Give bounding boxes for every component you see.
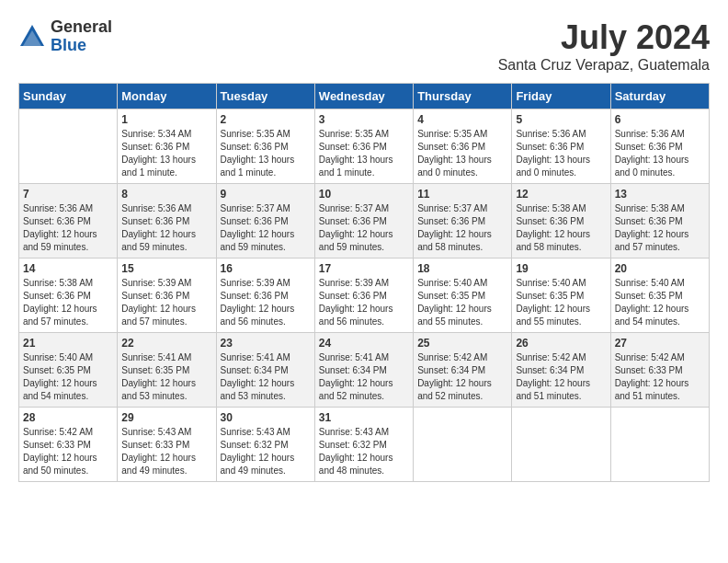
calendar-week-1: 1Sunrise: 5:34 AMSunset: 6:36 PMDaylight…	[19, 109, 710, 184]
day-info: Sunrise: 5:40 AMSunset: 6:35 PMDaylight:…	[615, 277, 705, 328]
table-row: 20Sunrise: 5:40 AMSunset: 6:35 PMDayligh…	[610, 259, 709, 333]
day-info: Sunrise: 5:39 AMSunset: 6:36 PMDaylight:…	[121, 277, 211, 328]
table-row: 6Sunrise: 5:36 AMSunset: 6:36 PMDaylight…	[610, 109, 709, 184]
table-row: 23Sunrise: 5:41 AMSunset: 6:34 PMDayligh…	[216, 333, 314, 408]
table-row: 26Sunrise: 5:42 AMSunset: 6:34 PMDayligh…	[512, 333, 610, 408]
day-number: 29	[121, 411, 211, 424]
month-title: July 2024	[498, 18, 710, 57]
day-info: Sunrise: 5:39 AMSunset: 6:36 PMDaylight:…	[221, 277, 311, 328]
col-thursday: Thursday	[414, 84, 512, 109]
day-info: Sunrise: 5:42 AMSunset: 6:34 PMDaylight:…	[417, 351, 507, 403]
day-info: Sunrise: 5:43 AMSunset: 6:32 PMDaylight:…	[221, 426, 311, 477]
day-info: Sunrise: 5:36 AMSunset: 6:36 PMDaylight:…	[23, 202, 113, 254]
table-row: 29Sunrise: 5:43 AMSunset: 6:33 PMDayligh…	[118, 408, 216, 482]
col-monday: Monday	[118, 84, 216, 109]
col-saturday: Saturday	[610, 84, 709, 109]
table-row	[512, 408, 610, 482]
calendar-week-3: 14Sunrise: 5:38 AMSunset: 6:36 PMDayligh…	[19, 259, 710, 333]
day-info: Sunrise: 5:35 AMSunset: 6:36 PMDaylight:…	[319, 128, 409, 179]
day-info: Sunrise: 5:42 AMSunset: 6:33 PMDaylight:…	[23, 426, 113, 477]
day-info: Sunrise: 5:36 AMSunset: 6:36 PMDaylight:…	[516, 128, 606, 179]
table-row: 1Sunrise: 5:34 AMSunset: 6:36 PMDaylight…	[118, 109, 216, 184]
day-number: 7	[23, 188, 113, 201]
table-row	[610, 408, 709, 482]
logo-general: General	[51, 18, 112, 37]
day-number: 31	[319, 411, 409, 424]
day-info: Sunrise: 5:34 AMSunset: 6:36 PMDaylight:…	[121, 128, 211, 179]
table-row: 21Sunrise: 5:40 AMSunset: 6:35 PMDayligh…	[19, 333, 118, 408]
table-row: 13Sunrise: 5:38 AMSunset: 6:36 PMDayligh…	[610, 184, 709, 259]
table-row: 27Sunrise: 5:42 AMSunset: 6:33 PMDayligh…	[610, 333, 709, 408]
col-wednesday: Wednesday	[314, 84, 413, 109]
location-title: Santa Cruz Verapaz, Guatemala	[498, 57, 710, 74]
day-number: 27	[615, 337, 705, 350]
day-number: 10	[319, 188, 409, 201]
table-row: 30Sunrise: 5:43 AMSunset: 6:32 PMDayligh…	[216, 408, 314, 482]
day-info: Sunrise: 5:38 AMSunset: 6:36 PMDaylight:…	[516, 202, 606, 254]
table-row: 16Sunrise: 5:39 AMSunset: 6:36 PMDayligh…	[216, 259, 314, 333]
day-info: Sunrise: 5:36 AMSunset: 6:36 PMDaylight:…	[615, 128, 705, 179]
day-info: Sunrise: 5:38 AMSunset: 6:36 PMDaylight:…	[23, 277, 113, 328]
day-info: Sunrise: 5:36 AMSunset: 6:36 PMDaylight:…	[121, 202, 211, 254]
table-row: 8Sunrise: 5:36 AMSunset: 6:36 PMDaylight…	[118, 184, 216, 259]
day-number: 4	[417, 113, 507, 126]
table-row: 9Sunrise: 5:37 AMSunset: 6:36 PMDaylight…	[216, 184, 314, 259]
header-row: Sunday Monday Tuesday Wednesday Thursday…	[19, 84, 710, 109]
day-number: 23	[221, 337, 311, 350]
day-number: 22	[121, 337, 211, 350]
logo-icon	[18, 23, 46, 51]
day-number: 18	[417, 262, 507, 275]
table-row: 17Sunrise: 5:39 AMSunset: 6:36 PMDayligh…	[314, 259, 413, 333]
day-number: 20	[615, 262, 705, 275]
day-info: Sunrise: 5:39 AMSunset: 6:36 PMDaylight:…	[319, 277, 409, 328]
table-row: 22Sunrise: 5:41 AMSunset: 6:35 PMDayligh…	[118, 333, 216, 408]
logo-text: General Blue	[51, 18, 112, 55]
day-number: 17	[319, 262, 409, 275]
table-row: 31Sunrise: 5:43 AMSunset: 6:32 PMDayligh…	[314, 408, 413, 482]
day-info: Sunrise: 5:42 AMSunset: 6:33 PMDaylight:…	[615, 351, 705, 403]
day-number: 3	[319, 113, 409, 126]
day-info: Sunrise: 5:38 AMSunset: 6:36 PMDaylight:…	[615, 202, 705, 254]
day-number: 1	[121, 113, 211, 126]
day-info: Sunrise: 5:40 AMSunset: 6:35 PMDaylight:…	[417, 277, 507, 328]
day-number: 13	[615, 188, 705, 201]
day-info: Sunrise: 5:41 AMSunset: 6:34 PMDaylight:…	[319, 351, 409, 403]
header: General Blue July 2024 Santa Cruz Verapa…	[18, 18, 710, 74]
table-row: 28Sunrise: 5:42 AMSunset: 6:33 PMDayligh…	[19, 408, 118, 482]
day-number: 8	[121, 188, 211, 201]
day-number: 25	[417, 337, 507, 350]
day-info: Sunrise: 5:43 AMSunset: 6:33 PMDaylight:…	[121, 426, 211, 477]
day-number: 24	[319, 337, 409, 350]
table-row: 4Sunrise: 5:35 AMSunset: 6:36 PMDaylight…	[414, 109, 512, 184]
table-row	[19, 109, 118, 184]
col-sunday: Sunday	[19, 84, 118, 109]
table-row: 11Sunrise: 5:37 AMSunset: 6:36 PMDayligh…	[414, 184, 512, 259]
calendar-table: Sunday Monday Tuesday Wednesday Thursday…	[18, 83, 710, 482]
table-row: 18Sunrise: 5:40 AMSunset: 6:35 PMDayligh…	[414, 259, 512, 333]
table-row: 12Sunrise: 5:38 AMSunset: 6:36 PMDayligh…	[512, 184, 610, 259]
table-row: 7Sunrise: 5:36 AMSunset: 6:36 PMDaylight…	[19, 184, 118, 259]
day-info: Sunrise: 5:37 AMSunset: 6:36 PMDaylight:…	[221, 202, 311, 254]
day-info: Sunrise: 5:43 AMSunset: 6:32 PMDaylight:…	[319, 426, 409, 477]
day-info: Sunrise: 5:41 AMSunset: 6:35 PMDaylight:…	[121, 351, 211, 403]
day-number: 19	[516, 262, 606, 275]
title-area: July 2024 Santa Cruz Verapaz, Guatemala	[498, 18, 710, 74]
day-number: 15	[121, 262, 211, 275]
table-row: 5Sunrise: 5:36 AMSunset: 6:36 PMDaylight…	[512, 109, 610, 184]
day-info: Sunrise: 5:42 AMSunset: 6:34 PMDaylight:…	[516, 351, 606, 403]
day-number: 30	[221, 411, 311, 424]
calendar-week-2: 7Sunrise: 5:36 AMSunset: 6:36 PMDaylight…	[19, 184, 710, 259]
table-row	[414, 408, 512, 482]
calendar-week-4: 21Sunrise: 5:40 AMSunset: 6:35 PMDayligh…	[19, 333, 710, 408]
table-row: 25Sunrise: 5:42 AMSunset: 6:34 PMDayligh…	[414, 333, 512, 408]
table-row: 10Sunrise: 5:37 AMSunset: 6:36 PMDayligh…	[314, 184, 413, 259]
day-info: Sunrise: 5:35 AMSunset: 6:36 PMDaylight:…	[221, 128, 311, 179]
table-row: 15Sunrise: 5:39 AMSunset: 6:36 PMDayligh…	[118, 259, 216, 333]
calendar-week-5: 28Sunrise: 5:42 AMSunset: 6:33 PMDayligh…	[19, 408, 710, 482]
day-number: 2	[221, 113, 311, 126]
day-info: Sunrise: 5:40 AMSunset: 6:35 PMDaylight:…	[23, 351, 113, 403]
table-row: 19Sunrise: 5:40 AMSunset: 6:35 PMDayligh…	[512, 259, 610, 333]
table-row: 3Sunrise: 5:35 AMSunset: 6:36 PMDaylight…	[314, 109, 413, 184]
day-info: Sunrise: 5:40 AMSunset: 6:35 PMDaylight:…	[516, 277, 606, 328]
day-number: 11	[417, 188, 507, 201]
